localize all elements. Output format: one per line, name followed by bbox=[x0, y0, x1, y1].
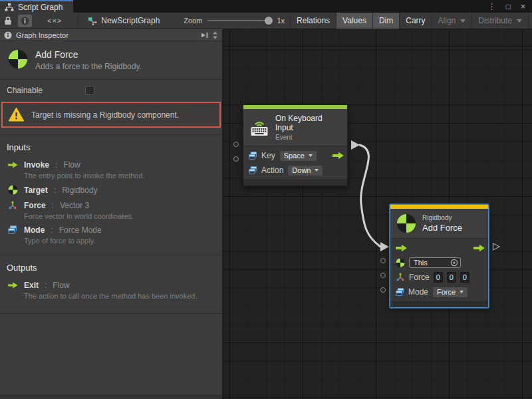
graph-asset-label[interactable]: NewScriptGraph bbox=[78, 16, 166, 25]
chainable-checkbox[interactable] bbox=[85, 86, 94, 95]
force-row: Force 0 0 0 bbox=[390, 270, 488, 285]
force-y-input[interactable]: 0 bbox=[447, 272, 456, 283]
port-description: The action to call once the method has b… bbox=[24, 292, 215, 300]
enum-icon bbox=[396, 288, 404, 297]
target-self-field[interactable]: This bbox=[409, 257, 461, 268]
port-description: Type of force to apply. bbox=[24, 237, 215, 245]
inputs-section: Inputs Invoke:Flow The entry point to in… bbox=[0, 134, 222, 255]
window-controls: ⋮ □ × bbox=[488, 0, 532, 13]
dock-icon[interactable] bbox=[200, 31, 209, 39]
flow-output-arrow-icon[interactable] bbox=[473, 244, 485, 252]
flow-input-arrow-icon[interactable] bbox=[396, 244, 407, 252]
lock-icon[interactable] bbox=[0, 13, 16, 29]
chevron-down-icon bbox=[315, 169, 319, 174]
rigidbody-icon bbox=[396, 213, 416, 233]
inspector-title: Graph Inspector bbox=[16, 31, 68, 39]
node-on-keyboard-input[interactable]: On Keyboard Input Event Key Space bbox=[243, 104, 348, 186]
scroll-spinner-icon[interactable] bbox=[212, 31, 218, 40]
dim-button[interactable]: Dim bbox=[372, 13, 399, 29]
zoom-slider[interactable] bbox=[207, 20, 271, 21]
chevron-down-icon bbox=[517, 19, 522, 25]
key-label: Key bbox=[261, 151, 275, 160]
chevron-down-icon bbox=[309, 154, 313, 159]
values-button[interactable]: Values bbox=[336, 13, 372, 29]
target-row: This bbox=[390, 255, 488, 270]
script-graph-tab-icon bbox=[5, 3, 14, 11]
flow-output-connector[interactable] bbox=[351, 140, 360, 150]
chainable-row: Chainable bbox=[0, 80, 222, 100]
enum-icon bbox=[249, 166, 257, 175]
rigidbody-icon bbox=[8, 49, 28, 69]
action-dropdown[interactable]: Down bbox=[287, 165, 323, 176]
graph-inspector-panel: Graph Inspector Add Force Adds a force t… bbox=[0, 29, 223, 399]
port-action[interactable] bbox=[233, 156, 239, 162]
force-z-input[interactable]: 0 bbox=[460, 272, 469, 283]
flow-arrow-icon bbox=[7, 282, 19, 289]
warning-text: Target is missing a Rigidbody component. bbox=[31, 110, 179, 120]
key-dropdown[interactable]: Space bbox=[279, 150, 317, 162]
menu-icon[interactable]: ⋮ bbox=[488, 3, 496, 11]
object-picker-icon[interactable] bbox=[450, 259, 458, 267]
port-this[interactable] bbox=[380, 258, 386, 263]
maximize-icon[interactable]: □ bbox=[506, 3, 511, 11]
list-item: Force:Vector 3 bbox=[7, 201, 215, 210]
outputs-header: Outputs bbox=[7, 263, 215, 273]
list-item: Invoke:Flow bbox=[7, 160, 215, 170]
tab-title: Script Graph bbox=[18, 3, 63, 12]
action-label: Action bbox=[261, 166, 283, 175]
toolbar-buttons: Relations Values Dim Carry Align Distrib… bbox=[290, 13, 532, 29]
close-icon[interactable]: × bbox=[521, 3, 525, 11]
chevron-down-icon bbox=[460, 291, 464, 295]
graph-canvas[interactable]: On Keyboard Input Event Key Space bbox=[223, 29, 532, 399]
tab-script-graph[interactable]: Script Graph bbox=[0, 0, 73, 13]
mode-dropdown[interactable]: Force bbox=[432, 287, 468, 298]
zoom-slider-handle[interactable] bbox=[265, 17, 273, 25]
port-description: Force vector in world coordinates. bbox=[24, 212, 215, 220]
warning-icon bbox=[9, 108, 24, 122]
action-row: Action Down bbox=[243, 163, 347, 178]
carry-button[interactable]: Carry bbox=[399, 13, 431, 29]
inspector-header: Graph Inspector bbox=[0, 29, 222, 41]
port-force[interactable] bbox=[380, 273, 386, 278]
node-footer bbox=[390, 301, 488, 307]
flow-arrow-icon bbox=[7, 162, 19, 168]
node-footer bbox=[243, 180, 347, 186]
relations-button[interactable]: Relations bbox=[290, 13, 336, 29]
port-key[interactable] bbox=[233, 142, 239, 147]
flow-output-arrow-icon[interactable] bbox=[332, 152, 344, 160]
info-icon bbox=[4, 31, 12, 39]
inspector-toggle-button[interactable] bbox=[18, 15, 32, 27]
vector3-icon bbox=[396, 273, 405, 282]
unit-description: Adds a force to the Rigidbody. bbox=[35, 62, 142, 71]
port-mode[interactable] bbox=[380, 287, 386, 293]
chevron-down-icon bbox=[460, 19, 466, 25]
zoom-value: 1x bbox=[277, 17, 285, 25]
list-item: Mode:Force Mode bbox=[7, 225, 215, 235]
list-item: Exit:Flow bbox=[7, 281, 215, 290]
exit-flow-connector[interactable] bbox=[492, 242, 501, 251]
force-x-input[interactable]: 0 bbox=[434, 272, 443, 283]
port-description: The entry point to invoke the method. bbox=[24, 172, 215, 180]
overview-button[interactable]: Overview bbox=[528, 13, 532, 29]
script-graph-window: Script Graph ⋮ □ × <×> NewScriptGraph Zo… bbox=[0, 0, 532, 399]
node-subtitle: Event bbox=[275, 134, 341, 141]
graph-asset-name: NewScriptGraph bbox=[101, 16, 160, 25]
key-row: Key Space bbox=[243, 148, 347, 163]
list-item: Target:Rigidbody bbox=[7, 185, 215, 195]
zoom-control: Zoom 1x bbox=[184, 17, 285, 25]
rigidbody-icon bbox=[7, 185, 19, 195]
node-category: Rigidbody bbox=[422, 214, 462, 221]
node-title: On Keyboard Input bbox=[275, 114, 341, 132]
force-label: Force bbox=[409, 273, 430, 282]
zoom-label: Zoom bbox=[184, 17, 202, 25]
enum-icon bbox=[249, 152, 257, 160]
flow-input-connector[interactable] bbox=[380, 242, 389, 251]
mode-label: Mode bbox=[408, 287, 428, 297]
chainable-label: Chainable bbox=[7, 86, 85, 95]
code-icon[interactable]: <×> bbox=[47, 17, 62, 25]
info-icon bbox=[21, 17, 29, 25]
node-title: Add Force bbox=[422, 223, 462, 233]
node-add-force[interactable]: Rigidbody Add Force This bbox=[390, 204, 489, 308]
outputs-section: Outputs Exit:Flow The action to call onc… bbox=[0, 255, 222, 314]
warning-banner: Target is missing a Rigidbody component. bbox=[1, 102, 221, 128]
